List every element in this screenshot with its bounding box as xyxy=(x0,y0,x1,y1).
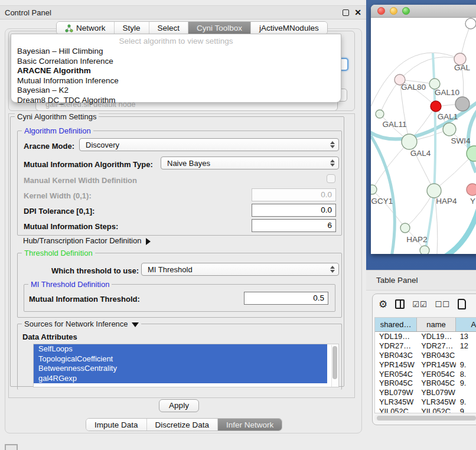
mi-type-combo[interactable]: Naive Bayes xyxy=(161,156,339,169)
attribute-list-item[interactable]: SelfLoops xyxy=(34,344,327,354)
algorithm-option[interactable]: ARACNE Algorithm xyxy=(11,66,341,76)
table-cell: 12 xyxy=(456,341,476,351)
attributes-scrollbar[interactable] xyxy=(331,345,338,387)
column-header[interactable]: shared… xyxy=(375,318,417,331)
table-cell xyxy=(456,351,476,360)
float-panel-icon[interactable] xyxy=(343,9,349,16)
close-panel-icon[interactable]: ✕ xyxy=(354,8,361,17)
control-panel-titlebar: Control Panel ✕ xyxy=(0,5,366,19)
network-node[interactable] xyxy=(420,246,429,254)
mi-threshold-field[interactable]: 0.5 xyxy=(244,292,328,305)
table-cell: YDR27… xyxy=(417,341,455,351)
table-row[interactable]: YLR345WYLR345W9. xyxy=(375,397,476,407)
table-panel-container: ⚙ ☑☑ ☐☐ shared…nameA YDL19…YDL19…13YDR27… xyxy=(372,294,476,425)
table-row[interactable]: YPR145WYPR145W9. xyxy=(375,360,476,370)
table-row[interactable]: YDL19…YDL19…13 xyxy=(375,332,476,341)
algorithm-option[interactable]: Bayesian – K2 xyxy=(11,86,341,96)
columns-icon[interactable] xyxy=(395,299,405,309)
network-node-gal11[interactable] xyxy=(376,110,384,118)
kernel-width-field[interactable]: 0.0 xyxy=(252,188,336,201)
attribute-list-item[interactable]: TopologicalCoefficient xyxy=(34,354,327,364)
manual-kernel-checkbox[interactable] xyxy=(327,174,335,183)
table-row[interactable]: YER054CYER054C8. xyxy=(375,370,476,379)
algorithm-option[interactable]: Basic Correlation Inference xyxy=(11,57,341,67)
table-cell: YIL052C xyxy=(375,407,417,413)
deselect-all-checkboxes-icon[interactable]: ☐☐ xyxy=(435,300,450,309)
node-label: Y xyxy=(470,197,475,206)
hub-definition-toggle[interactable]: Hub/Transcription Factor Definition xyxy=(23,236,151,245)
sources-group-title[interactable]: Sources for Network Inference xyxy=(22,319,141,328)
network-node-gal1[interactable] xyxy=(443,123,456,136)
network-node[interactable] xyxy=(455,97,470,111)
gear-icon[interactable]: ⚙ xyxy=(379,299,387,309)
tab-cyni-toolbox[interactable]: Cyni Toolbox xyxy=(188,22,251,34)
kernel-width-label: Kernel Width (0,1): xyxy=(24,191,92,200)
algorithm-definition-title: Algorithm Definition xyxy=(22,126,93,135)
tab-jactivemnodules[interactable]: jActiveMNodules xyxy=(251,22,327,34)
tab-network[interactable]: Network xyxy=(57,22,115,34)
panel-title: Control Panel xyxy=(5,8,51,17)
network-icon xyxy=(65,24,73,32)
mi-threshold-definition-title: MI Threshold Definition xyxy=(28,280,112,289)
table-cell: 8. xyxy=(456,370,476,379)
table-row[interactable]: YDR27…YDR27…12 xyxy=(375,341,476,351)
table-cell: YBR045C xyxy=(417,379,455,388)
table-cell: YBR043C xyxy=(375,351,417,360)
control-panel: Control Panel ✕ galFiltered.sif default … xyxy=(0,0,366,450)
subtab-impute-data[interactable]: Impute Data xyxy=(86,419,147,431)
tab-label: Discretize Data xyxy=(155,420,210,429)
node-label: HAP2 xyxy=(406,235,427,244)
subtab-discretize-data[interactable]: Discretize Data xyxy=(147,419,219,431)
network-node[interactable] xyxy=(431,101,441,112)
tab-style[interactable]: Style xyxy=(115,22,149,34)
dpi-tolerance-field[interactable]: 0.0 xyxy=(252,204,336,217)
network-node-y[interactable] xyxy=(467,184,476,195)
table-cell: 9. xyxy=(456,379,476,388)
table-row[interactable]: YIL052CYIL052C9 xyxy=(375,407,476,413)
table-header-row: shared…nameA xyxy=(375,318,476,332)
network-node-gcy1[interactable] xyxy=(371,185,377,194)
column-header[interactable]: A xyxy=(456,318,476,331)
subtab-infer-network[interactable]: Infer Network xyxy=(218,419,282,431)
network-node-gal4[interactable] xyxy=(402,134,417,149)
mi-threshold-definition-group: MI Threshold Definition Mutual Informati… xyxy=(24,284,335,312)
aracne-mode-combo[interactable]: Discovery xyxy=(79,138,339,151)
algorithm-option[interactable]: Bayesian – Hill Climbing xyxy=(11,47,341,57)
table-horizontal-scrollbar[interactable] xyxy=(374,415,476,421)
combo-stepper-icon xyxy=(330,159,335,167)
close-window-icon[interactable] xyxy=(377,7,385,15)
tab-label: Cyni Toolbox xyxy=(197,24,242,32)
apply-button[interactable]: Apply xyxy=(159,399,199,412)
network-canvas[interactable]: GALGAL80GAL10GAL1GAL11SWI4GAL4GCY1HAP4YH… xyxy=(371,18,476,254)
table-row[interactable]: YBR045CYBR045C9. xyxy=(375,379,476,388)
table-cell: 9. xyxy=(456,360,476,370)
node-label: GAL1 xyxy=(438,112,458,121)
document-icon[interactable] xyxy=(458,299,466,309)
tab-select[interactable]: Select xyxy=(149,22,189,34)
select-all-checkboxes-icon[interactable]: ☑☑ xyxy=(412,300,427,309)
zoom-window-icon[interactable] xyxy=(402,7,410,15)
table-row[interactable]: YBL079WYBL079W xyxy=(375,388,476,397)
network-node-hap4[interactable] xyxy=(427,184,441,198)
attribute-list-item[interactable]: gal4RGexp xyxy=(34,374,327,384)
mi-steps-field[interactable]: 6 xyxy=(252,219,336,232)
algorithm-option[interactable]: Dream8 DC_TDC Algorithm xyxy=(11,96,341,106)
table-row[interactable]: YBR043CYBR043C xyxy=(375,351,476,360)
column-header[interactable]: name xyxy=(417,318,455,331)
minimize-window-icon[interactable] xyxy=(390,7,397,15)
table-cell: YDR27… xyxy=(375,341,417,351)
combo-stepper-icon xyxy=(330,266,335,273)
collapsed-arrow-icon xyxy=(146,238,151,245)
network-node[interactable] xyxy=(465,18,476,29)
data-attributes-list[interactable]: SelfLoopsTopologicalCoefficientBetweenne… xyxy=(33,344,339,387)
network-node-hap2[interactable] xyxy=(400,223,410,233)
algorithm-definition-group: Algorithm Definition Aracne Mode: Discov… xyxy=(17,131,342,236)
which-threshold-combo[interactable]: MI Threshold xyxy=(141,263,339,276)
algorithm-option[interactable]: Mutual Information Inference xyxy=(11,76,341,86)
node-attribute-table[interactable]: shared…nameA YDL19…YDL19…13YDR27…YDR27…1… xyxy=(374,317,476,413)
table-cell: YER054C xyxy=(417,370,455,379)
aracne-mode-value: Discovery xyxy=(86,141,119,149)
minimized-panel-icon[interactable] xyxy=(5,444,18,450)
attribute-list-item[interactable]: BetweennessCentrality xyxy=(34,364,327,374)
network-window-titlebar[interactable] xyxy=(371,5,476,18)
